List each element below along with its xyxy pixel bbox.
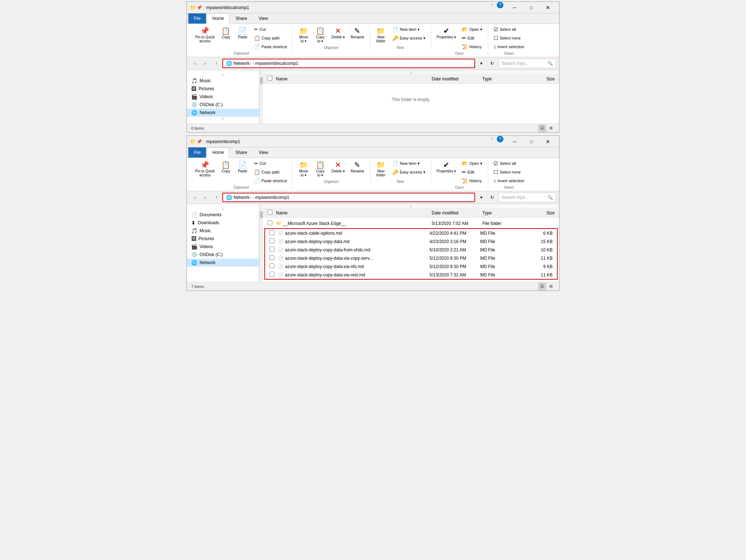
cut-button[interactable]: ✂Cut <box>251 25 289 33</box>
copy-button[interactable]: 📋 Copy <box>218 25 234 41</box>
sidebar-item-network[interactable]: 🌐Network <box>187 109 259 117</box>
file-checkbox[interactable] <box>269 247 274 252</box>
dropdown-button[interactable]: ▾ <box>477 59 486 68</box>
table-row[interactable]: 📄 azure-stack-deploy-copy-data-from-vhds… <box>265 246 557 254</box>
new-item-button[interactable]: 📄New item ▾ <box>390 25 428 33</box>
sidebar-item-network[interactable]: 🌐Network <box>187 259 259 267</box>
tab-home[interactable]: Home <box>207 147 229 158</box>
up-button[interactable]: ↑ <box>211 193 221 202</box>
sidebar-item-pictures[interactable]: 🖼Pictures <box>187 235 259 243</box>
table-row[interactable]: 📁 __Microsoft Azure Stack Edge__ 5/13/20… <box>263 219 559 227</box>
copy-to-button[interactable]: 📋 Copyto ▾ <box>312 159 328 179</box>
forward-button[interactable]: ▶ <box>201 193 210 202</box>
delete-button[interactable]: ✕ Delete ▾ <box>329 159 347 175</box>
sidebar-item-music[interactable]: 🎵Music <box>187 227 259 235</box>
row-checkbox[interactable] <box>269 230 278 236</box>
history-button[interactable]: 📜History <box>459 43 485 51</box>
row-checkbox[interactable] <box>267 220 276 226</box>
properties-button[interactable]: ✔ Properties ▾ <box>434 25 458 41</box>
header-size[interactable]: Size <box>526 210 555 216</box>
tab-share[interactable]: Share <box>230 147 252 158</box>
scrollbar-thumb[interactable] <box>260 77 263 84</box>
paste-button[interactable]: 📄 Paste <box>235 25 251 41</box>
paste-button[interactable]: 📄 Paste <box>235 159 251 175</box>
help-button[interactable]: ? <box>497 2 503 8</box>
copy-path-button[interactable]: 📋Copy path <box>251 168 289 176</box>
scrollbar-thumb[interactable] <box>260 211 263 218</box>
open-button[interactable]: 📂Open ▾ <box>459 25 485 33</box>
easy-access-button[interactable]: 🔑Easy access ▾ <box>390 34 428 42</box>
invert-selection-button[interactable]: ↕Invert selection <box>491 43 527 51</box>
edit-button[interactable]: ✏Edit <box>459 34 485 42</box>
minimize-button[interactable]: ─ <box>506 2 523 13</box>
new-folder-button[interactable]: 📁 Newfolder <box>373 159 389 179</box>
header-checkbox[interactable] <box>267 76 276 82</box>
address-path[interactable]: 🌐 Network › › myasesmbcomp1 <box>222 193 475 202</box>
forward-button[interactable]: ▶ <box>201 59 210 68</box>
sidebar-item-music[interactable]: 🎵Music <box>187 77 259 85</box>
sidebar-scrollbar[interactable] <box>259 204 263 282</box>
large-icons-view-button[interactable]: ⊞ <box>547 124 555 132</box>
table-row[interactable]: 📄 azure-stack-deploy-copy-data.md 4/23/2… <box>265 237 557 246</box>
move-to-button[interactable]: 📁 Moveto ▾ <box>296 25 311 45</box>
table-row[interactable]: 📄 azure-stack-deploy-copy-data-via-rest.… <box>265 271 557 279</box>
row-checkbox[interactable] <box>269 247 278 253</box>
row-checkbox[interactable] <box>269 255 278 261</box>
up-button[interactable]: ↑ <box>211 59 221 68</box>
pin-to-quick-access-button[interactable]: 📌 Pin to Quickaccess <box>193 159 217 179</box>
details-view-button[interactable]: ☰ <box>538 124 546 132</box>
maximize-button[interactable]: □ <box>523 2 540 13</box>
tab-home[interactable]: Home <box>207 13 229 24</box>
tab-share[interactable]: Share <box>230 13 252 24</box>
select-all-checkbox[interactable] <box>267 210 272 215</box>
table-row[interactable]: 📄 azure-stack-deploy-copy-data-via-copy-… <box>265 254 557 262</box>
path-part[interactable]: Network <box>234 61 250 66</box>
minimize-button[interactable]: ─ <box>506 136 523 147</box>
properties-button[interactable]: ✔ Properties ▾ <box>434 159 458 175</box>
sidebar-item-videos[interactable]: 🎬Videos <box>187 93 259 101</box>
row-checkbox[interactable] <box>269 263 278 269</box>
path-part[interactable]: Network <box>234 195 250 200</box>
tab-view[interactable]: View <box>253 13 273 24</box>
copy-path-button[interactable]: 📋Copy path <box>251 34 289 42</box>
close-button[interactable]: ✕ <box>540 2 556 13</box>
refresh-button[interactable]: ↻ <box>487 59 497 68</box>
new-item-button[interactable]: 📄New item ▾ <box>390 159 428 167</box>
history-button[interactable]: 📜History <box>459 177 485 185</box>
header-date[interactable]: Date modified <box>432 76 482 82</box>
row-checkbox[interactable] <box>269 272 278 278</box>
sidebar-item-videos[interactable]: 🎬Videos <box>187 243 259 251</box>
rename-button[interactable]: ✎ Rename <box>348 159 367 175</box>
select-none-button[interactable]: ☐Select none <box>491 34 527 42</box>
select-all-button[interactable]: ☑Select all <box>491 159 527 167</box>
path-part-current[interactable]: myasesmbcomp1 <box>255 195 289 200</box>
easy-access-button[interactable]: 🔑Easy access ▾ <box>390 168 428 176</box>
address-path[interactable]: 🌐 Network › › myasesmblocalcomp1 <box>222 59 475 68</box>
cut-button[interactable]: ✂Cut <box>251 159 289 167</box>
file-checkbox[interactable] <box>269 230 274 235</box>
pin-to-quick-access-button[interactable]: 📌 Pin to Quickaccess <box>193 25 217 45</box>
details-view-button[interactable]: ☰ <box>538 283 546 291</box>
move-to-button[interactable]: 📁 Moveto ▾ <box>296 159 311 179</box>
paste-shortcut-button[interactable]: 📄Paste shortcut <box>251 177 289 185</box>
tab-file[interactable]: File <box>188 147 206 158</box>
header-checkbox[interactable] <box>267 210 276 216</box>
rename-button[interactable]: ✎ Rename <box>348 25 367 41</box>
header-name[interactable]: Name <box>276 76 432 82</box>
select-none-button[interactable]: ☐Select none <box>491 168 527 176</box>
file-checkbox[interactable] <box>269 263 274 268</box>
header-type[interactable]: Type <box>482 76 526 82</box>
new-folder-button[interactable]: 📁 Newfolder <box>373 25 389 45</box>
sidebar-item-osdiskc[interactable]: 💿OSDisk (C:) <box>187 101 259 109</box>
paste-shortcut-button[interactable]: 📄Paste shortcut <box>251 43 289 51</box>
edit-button[interactable]: ✏Edit <box>459 168 485 176</box>
sidebar-scrollbar[interactable] <box>259 70 263 124</box>
help-button[interactable]: ? <box>497 136 503 142</box>
tab-view[interactable]: View <box>253 147 273 158</box>
search-box[interactable]: Search myd... 🔍 <box>498 193 556 202</box>
file-checkbox[interactable] <box>269 272 274 277</box>
search-box[interactable]: Search myd... 🔍 <box>498 59 556 68</box>
copy-button[interactable]: 📋 Copy <box>218 159 234 175</box>
maximize-button[interactable]: □ <box>523 136 540 147</box>
copy-to-button[interactable]: 📋 Copyto ▾ <box>312 25 328 45</box>
